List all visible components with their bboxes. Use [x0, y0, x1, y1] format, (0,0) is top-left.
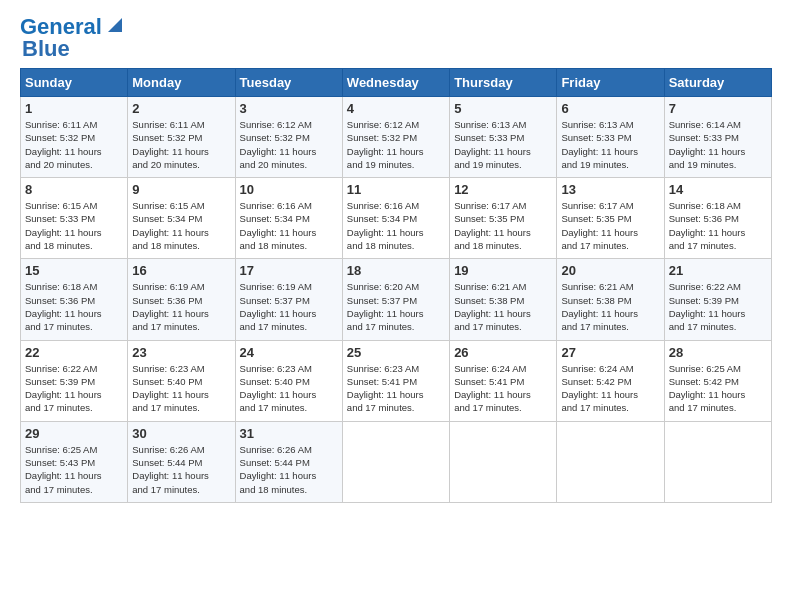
- day-number: 20: [561, 263, 659, 278]
- day-info: Sunrise: 6:26 AM Sunset: 5:44 PM Dayligh…: [132, 443, 230, 496]
- day-cell-30: 30Sunrise: 6:26 AM Sunset: 5:44 PM Dayli…: [128, 421, 235, 502]
- day-cell-18: 18Sunrise: 6:20 AM Sunset: 5:37 PM Dayli…: [342, 259, 449, 340]
- day-info: Sunrise: 6:22 AM Sunset: 5:39 PM Dayligh…: [25, 362, 123, 415]
- day-info: Sunrise: 6:23 AM Sunset: 5:41 PM Dayligh…: [347, 362, 445, 415]
- day-cell-4: 4Sunrise: 6:12 AM Sunset: 5:32 PM Daylig…: [342, 97, 449, 178]
- day-cell-19: 19Sunrise: 6:21 AM Sunset: 5:38 PM Dayli…: [450, 259, 557, 340]
- day-info: Sunrise: 6:16 AM Sunset: 5:34 PM Dayligh…: [347, 199, 445, 252]
- calendar-header: SundayMondayTuesdayWednesdayThursdayFrid…: [21, 69, 772, 97]
- day-info: Sunrise: 6:16 AM Sunset: 5:34 PM Dayligh…: [240, 199, 338, 252]
- day-info: Sunrise: 6:25 AM Sunset: 5:43 PM Dayligh…: [25, 443, 123, 496]
- header-cell-tuesday: Tuesday: [235, 69, 342, 97]
- day-number: 15: [25, 263, 123, 278]
- day-info: Sunrise: 6:23 AM Sunset: 5:40 PM Dayligh…: [240, 362, 338, 415]
- day-info: Sunrise: 6:15 AM Sunset: 5:33 PM Dayligh…: [25, 199, 123, 252]
- day-cell-13: 13Sunrise: 6:17 AM Sunset: 5:35 PM Dayli…: [557, 178, 664, 259]
- day-info: Sunrise: 6:21 AM Sunset: 5:38 PM Dayligh…: [561, 280, 659, 333]
- day-number: 9: [132, 182, 230, 197]
- day-cell-9: 9Sunrise: 6:15 AM Sunset: 5:34 PM Daylig…: [128, 178, 235, 259]
- empty-cell: [557, 421, 664, 502]
- day-number: 22: [25, 345, 123, 360]
- logo-text: General: [20, 16, 102, 38]
- day-info: Sunrise: 6:21 AM Sunset: 5:38 PM Dayligh…: [454, 280, 552, 333]
- day-cell-6: 6Sunrise: 6:13 AM Sunset: 5:33 PM Daylig…: [557, 97, 664, 178]
- day-cell-1: 1Sunrise: 6:11 AM Sunset: 5:32 PM Daylig…: [21, 97, 128, 178]
- day-number: 28: [669, 345, 767, 360]
- day-cell-28: 28Sunrise: 6:25 AM Sunset: 5:42 PM Dayli…: [664, 340, 771, 421]
- day-number: 5: [454, 101, 552, 116]
- day-info: Sunrise: 6:11 AM Sunset: 5:32 PM Dayligh…: [25, 118, 123, 171]
- header-cell-friday: Friday: [557, 69, 664, 97]
- day-number: 14: [669, 182, 767, 197]
- week-row-3: 15Sunrise: 6:18 AM Sunset: 5:36 PM Dayli…: [21, 259, 772, 340]
- day-info: Sunrise: 6:11 AM Sunset: 5:32 PM Dayligh…: [132, 118, 230, 171]
- day-info: Sunrise: 6:18 AM Sunset: 5:36 PM Dayligh…: [25, 280, 123, 333]
- day-cell-3: 3Sunrise: 6:12 AM Sunset: 5:32 PM Daylig…: [235, 97, 342, 178]
- day-number: 6: [561, 101, 659, 116]
- day-number: 17: [240, 263, 338, 278]
- logo: General Blue: [20, 16, 126, 60]
- day-cell-23: 23Sunrise: 6:23 AM Sunset: 5:40 PM Dayli…: [128, 340, 235, 421]
- week-row-2: 8Sunrise: 6:15 AM Sunset: 5:33 PM Daylig…: [21, 178, 772, 259]
- day-cell-21: 21Sunrise: 6:22 AM Sunset: 5:39 PM Dayli…: [664, 259, 771, 340]
- svg-marker-0: [108, 18, 122, 32]
- day-info: Sunrise: 6:19 AM Sunset: 5:36 PM Dayligh…: [132, 280, 230, 333]
- day-number: 23: [132, 345, 230, 360]
- week-row-1: 1Sunrise: 6:11 AM Sunset: 5:32 PM Daylig…: [21, 97, 772, 178]
- day-cell-7: 7Sunrise: 6:14 AM Sunset: 5:33 PM Daylig…: [664, 97, 771, 178]
- day-number: 10: [240, 182, 338, 197]
- header-cell-wednesday: Wednesday: [342, 69, 449, 97]
- day-info: Sunrise: 6:13 AM Sunset: 5:33 PM Dayligh…: [454, 118, 552, 171]
- day-cell-31: 31Sunrise: 6:26 AM Sunset: 5:44 PM Dayli…: [235, 421, 342, 502]
- header-cell-saturday: Saturday: [664, 69, 771, 97]
- header-cell-thursday: Thursday: [450, 69, 557, 97]
- day-number: 13: [561, 182, 659, 197]
- day-number: 8: [25, 182, 123, 197]
- day-cell-14: 14Sunrise: 6:18 AM Sunset: 5:36 PM Dayli…: [664, 178, 771, 259]
- day-info: Sunrise: 6:17 AM Sunset: 5:35 PM Dayligh…: [561, 199, 659, 252]
- day-number: 12: [454, 182, 552, 197]
- day-number: 1: [25, 101, 123, 116]
- day-number: 7: [669, 101, 767, 116]
- logo-icon: [104, 14, 126, 36]
- day-info: Sunrise: 6:18 AM Sunset: 5:36 PM Dayligh…: [669, 199, 767, 252]
- day-info: Sunrise: 6:26 AM Sunset: 5:44 PM Dayligh…: [240, 443, 338, 496]
- day-cell-17: 17Sunrise: 6:19 AM Sunset: 5:37 PM Dayli…: [235, 259, 342, 340]
- day-cell-25: 25Sunrise: 6:23 AM Sunset: 5:41 PM Dayli…: [342, 340, 449, 421]
- day-cell-5: 5Sunrise: 6:13 AM Sunset: 5:33 PM Daylig…: [450, 97, 557, 178]
- header-cell-sunday: Sunday: [21, 69, 128, 97]
- header: General Blue: [20, 16, 772, 60]
- day-number: 3: [240, 101, 338, 116]
- day-number: 11: [347, 182, 445, 197]
- day-number: 4: [347, 101, 445, 116]
- day-cell-26: 26Sunrise: 6:24 AM Sunset: 5:41 PM Dayli…: [450, 340, 557, 421]
- day-number: 26: [454, 345, 552, 360]
- day-number: 18: [347, 263, 445, 278]
- day-cell-12: 12Sunrise: 6:17 AM Sunset: 5:35 PM Dayli…: [450, 178, 557, 259]
- calendar-body: 1Sunrise: 6:11 AM Sunset: 5:32 PM Daylig…: [21, 97, 772, 503]
- day-cell-16: 16Sunrise: 6:19 AM Sunset: 5:36 PM Dayli…: [128, 259, 235, 340]
- day-cell-29: 29Sunrise: 6:25 AM Sunset: 5:43 PM Dayli…: [21, 421, 128, 502]
- day-number: 31: [240, 426, 338, 441]
- day-info: Sunrise: 6:12 AM Sunset: 5:32 PM Dayligh…: [347, 118, 445, 171]
- logo-blue: Blue: [22, 36, 70, 61]
- day-info: Sunrise: 6:24 AM Sunset: 5:42 PM Dayligh…: [561, 362, 659, 415]
- day-info: Sunrise: 6:22 AM Sunset: 5:39 PM Dayligh…: [669, 280, 767, 333]
- header-row: SundayMondayTuesdayWednesdayThursdayFrid…: [21, 69, 772, 97]
- day-info: Sunrise: 6:13 AM Sunset: 5:33 PM Dayligh…: [561, 118, 659, 171]
- day-cell-10: 10Sunrise: 6:16 AM Sunset: 5:34 PM Dayli…: [235, 178, 342, 259]
- day-number: 19: [454, 263, 552, 278]
- day-info: Sunrise: 6:14 AM Sunset: 5:33 PM Dayligh…: [669, 118, 767, 171]
- day-number: 27: [561, 345, 659, 360]
- week-row-4: 22Sunrise: 6:22 AM Sunset: 5:39 PM Dayli…: [21, 340, 772, 421]
- day-info: Sunrise: 6:23 AM Sunset: 5:40 PM Dayligh…: [132, 362, 230, 415]
- week-row-5: 29Sunrise: 6:25 AM Sunset: 5:43 PM Dayli…: [21, 421, 772, 502]
- day-cell-8: 8Sunrise: 6:15 AM Sunset: 5:33 PM Daylig…: [21, 178, 128, 259]
- day-cell-27: 27Sunrise: 6:24 AM Sunset: 5:42 PM Dayli…: [557, 340, 664, 421]
- day-number: 25: [347, 345, 445, 360]
- day-cell-24: 24Sunrise: 6:23 AM Sunset: 5:40 PM Dayli…: [235, 340, 342, 421]
- empty-cell: [450, 421, 557, 502]
- day-number: 16: [132, 263, 230, 278]
- day-cell-15: 15Sunrise: 6:18 AM Sunset: 5:36 PM Dayli…: [21, 259, 128, 340]
- day-cell-20: 20Sunrise: 6:21 AM Sunset: 5:38 PM Dayli…: [557, 259, 664, 340]
